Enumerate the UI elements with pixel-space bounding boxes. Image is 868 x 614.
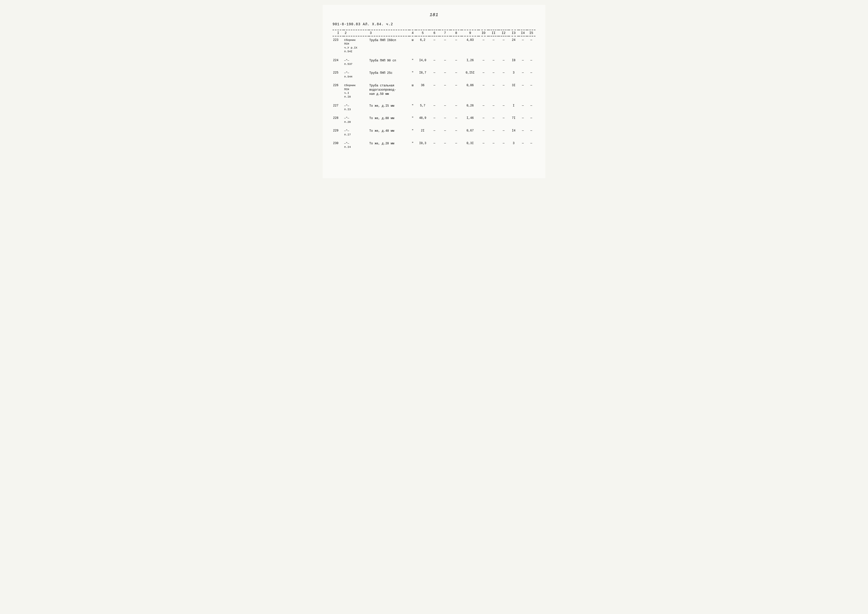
row-c8: — — [451, 57, 462, 68]
col-header-14: I4 — [519, 30, 527, 36]
row-qty: I8,7 — [416, 69, 429, 80]
row-number: 223 — [333, 36, 344, 55]
row-c9: 0,3I — [462, 140, 479, 151]
col-header-4: 4 — [409, 30, 416, 36]
row-c6: — — [429, 114, 439, 126]
col-header-13: I3 — [509, 30, 519, 36]
row-c7: — — [439, 57, 451, 68]
row-c6: — — [429, 127, 439, 138]
row-unit: " — [409, 127, 416, 138]
row-number: 226 — [333, 82, 344, 101]
table-row: 223СборникПСНч.У р.IXп.54IТруба ПНП I60с… — [333, 36, 535, 55]
row-c12: — — [499, 127, 509, 138]
row-c8: — — [451, 102, 462, 113]
row-c10: — — [479, 57, 489, 68]
row-c8: — — [451, 140, 462, 151]
row-c8: — — [451, 36, 462, 55]
row-unit: " — [409, 102, 416, 113]
row-c11: — — [488, 36, 499, 55]
row-qty: I4,0 — [416, 57, 429, 68]
col-header-6: 6 — [429, 30, 439, 36]
row-ref: —"—п.544 — [344, 69, 369, 80]
col-header-5: 5 — [416, 30, 429, 36]
table-row: 227—"—п.I3То же, д.I5 мм"5,7———0,26———I—… — [333, 102, 535, 113]
col-header-10: IO — [479, 30, 489, 36]
doc-header: 901-8-190.83 АЛ. Х.84. ч.2 — [333, 22, 535, 26]
row-number: 225 — [333, 69, 344, 80]
row-c14: — — [519, 140, 527, 151]
row-number: 230 — [333, 140, 344, 151]
row-c12: — — [499, 140, 509, 151]
row-c15: — — [527, 127, 535, 138]
row-c13: 24 — [509, 36, 519, 55]
row-ref: —"—п.537 — [344, 57, 369, 68]
row-c6: — — [429, 82, 439, 101]
row-c15: — — [527, 57, 535, 68]
row-description: То же, д.I5 мм — [369, 102, 409, 113]
row-c7: — — [439, 127, 451, 138]
row-c15: — — [527, 140, 535, 151]
row-number: 228 — [333, 114, 344, 126]
row-c6: — — [429, 57, 439, 68]
row-c12: — — [499, 82, 509, 101]
col-header-15: I5 — [527, 30, 535, 36]
row-c9: I,46 — [462, 114, 479, 126]
row-c12: — — [499, 57, 509, 68]
row-c14: — — [519, 102, 527, 113]
row-c7: — — [439, 82, 451, 101]
row-c13: I — [509, 102, 519, 113]
row-c7: — — [439, 36, 451, 55]
row-c9: 0,26 — [462, 102, 479, 113]
row-description: То же, д.40 мм — [369, 127, 409, 138]
row-c15: — — [527, 82, 535, 101]
main-table: I 2 3 4 5 6 7 8 9 IO II I2 I3 I4 I5 223С… — [333, 30, 535, 152]
table-row: 224—"—п.537Труба ПНП 90 сп"I4,0———I,26——… — [333, 57, 535, 68]
row-qty: 6,2 — [416, 36, 429, 55]
table-row: 229—"—п.I7То же, д.40 мм"2I———0,67———I4—… — [333, 127, 535, 138]
row-unit: " — [409, 140, 416, 151]
row-c13: 7I — [509, 114, 519, 126]
col-header-7: 7 — [439, 30, 451, 36]
column-header-row: I 2 3 4 5 6 7 8 9 IO II I2 I3 I4 I5 — [333, 30, 535, 36]
row-c9: 0,67 — [462, 127, 479, 138]
col-header-9: 9 — [462, 30, 479, 36]
row-c8: — — [451, 82, 462, 101]
row-number: 227 — [333, 102, 344, 113]
row-c15: — — [527, 69, 535, 80]
row-description: Труба ПНП I60сп — [369, 36, 409, 55]
row-c11: — — [488, 102, 499, 113]
row-c11: — — [488, 69, 499, 80]
row-c15: — — [527, 102, 535, 113]
row-c6: — — [429, 140, 439, 151]
row-ref: —"—п.I7 — [344, 127, 369, 138]
row-c6: — — [429, 36, 439, 55]
row-unit: " — [409, 57, 416, 68]
row-ref: —"—п.20 — [344, 114, 369, 126]
row-c7: — — [439, 69, 451, 80]
page: 181 901-8-190.83 АЛ. Х.84. ч.2 I 2 3 4 5… — [322, 5, 546, 178]
col-header-2: 2 — [344, 30, 369, 36]
row-qty: 36 — [416, 82, 429, 101]
row-unit: " — [409, 69, 416, 80]
row-c11: — — [488, 127, 499, 138]
row-c9: 0,I5I — [462, 69, 479, 80]
col-header-8: 8 — [451, 30, 462, 36]
table-row: 225—"—п.544Труба ПНП 25с"I8,7———0,I5I———… — [333, 69, 535, 80]
row-c10: — — [479, 127, 489, 138]
row-qty: 2I — [416, 127, 429, 138]
row-c9: I,26 — [462, 57, 479, 68]
row-c9: 0,86 — [462, 82, 479, 101]
col-header-3: 3 — [369, 30, 409, 36]
row-description: То же, д.80 мм — [369, 114, 409, 126]
table-row: 230—"—п.I4То же, д.20 мм"I0,3———0,3I———3… — [333, 140, 535, 151]
row-c10: — — [479, 36, 489, 55]
row-c8: — — [451, 127, 462, 138]
row-ref: СборникПСНч.Iп.I8 — [344, 82, 369, 101]
row-description: То же, д.20 мм — [369, 140, 409, 151]
row-c12: — — [499, 102, 509, 113]
row-c14: — — [519, 127, 527, 138]
row-c14: — — [519, 69, 527, 80]
row-c7: — — [439, 140, 451, 151]
row-c7: — — [439, 102, 451, 113]
row-number: 229 — [333, 127, 344, 138]
